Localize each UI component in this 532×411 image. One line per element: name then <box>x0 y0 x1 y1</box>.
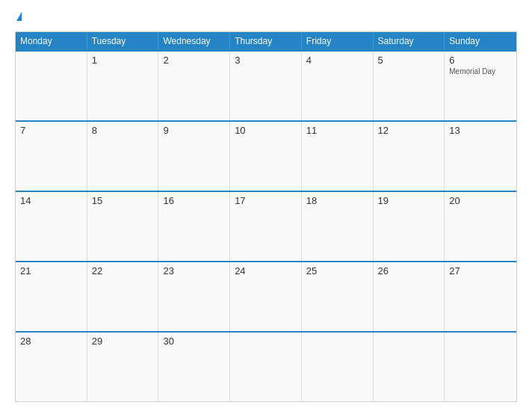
day-number: 19 <box>378 195 440 206</box>
day-number: 25 <box>306 265 368 276</box>
calendar-cell: 30 <box>158 333 230 401</box>
calendar-cell: 7 <box>16 122 87 191</box>
calendar-cell: 18 <box>302 192 374 261</box>
holiday-label: Memorial Day <box>449 67 512 75</box>
calendar-grid: MondayTuesdayWednesdayThursdayFridaySatu… <box>15 31 517 402</box>
day-number: 7 <box>20 125 82 136</box>
calendar-cell: 28 <box>16 333 87 401</box>
day-number: 18 <box>306 195 368 206</box>
day-number: 5 <box>378 55 440 66</box>
calendar-week-row: 21222324252627 <box>16 261 516 331</box>
calendar-cell: 23 <box>158 262 230 331</box>
page-header <box>15 13 517 22</box>
weekday-header-cell: Thursday <box>230 32 302 50</box>
weekday-header-cell: Sunday <box>445 32 516 50</box>
day-number: 3 <box>235 55 297 66</box>
calendar-cell: 3 <box>230 52 302 120</box>
day-number: 8 <box>92 125 154 136</box>
weekday-header-row: MondayTuesdayWednesdayThursdayFridaySatu… <box>16 32 516 50</box>
calendar-cell: 21 <box>16 262 87 331</box>
day-number: 28 <box>20 336 82 347</box>
weekday-header-cell: Tuesday <box>87 32 159 50</box>
day-number: 13 <box>449 125 512 136</box>
day-number: 26 <box>378 265 440 276</box>
calendar-cell: 27 <box>445 262 516 331</box>
calendar-cell: 19 <box>374 192 445 261</box>
calendar-cell: 5 <box>374 52 445 120</box>
calendar-cell <box>302 333 374 401</box>
day-number: 12 <box>378 125 440 136</box>
logo <box>15 13 22 22</box>
calendar-cell <box>374 333 445 401</box>
calendar-week-row: 282930 <box>16 331 516 401</box>
calendar-cell: 4 <box>302 52 374 120</box>
weekday-header-cell: Saturday <box>374 32 445 50</box>
calendar-cell: 25 <box>302 262 374 331</box>
calendar-cell: 22 <box>87 262 159 331</box>
day-number: 21 <box>20 265 82 276</box>
calendar-cell: 14 <box>16 192 87 261</box>
calendar-cell: 24 <box>230 262 302 331</box>
calendar-cell: 13 <box>445 122 516 191</box>
calendar-cell: 16 <box>158 192 230 261</box>
calendar-cell: 11 <box>302 122 374 191</box>
day-number: 30 <box>163 336 225 347</box>
calendar-cell <box>16 52 87 120</box>
calendar-cell: 2 <box>158 52 230 120</box>
calendar-cell <box>445 333 516 401</box>
day-number: 16 <box>163 195 225 206</box>
calendar-cell: 29 <box>87 333 159 401</box>
calendar-cell: 12 <box>374 122 445 191</box>
day-number: 24 <box>235 265 297 276</box>
calendar-cell: 20 <box>445 192 516 261</box>
day-number: 11 <box>306 125 368 136</box>
calendar-week-row: 14151617181920 <box>16 191 516 261</box>
day-number: 17 <box>235 195 297 206</box>
weekday-header-cell: Monday <box>16 32 87 50</box>
logo-flag-icon <box>16 12 22 21</box>
day-number: 27 <box>449 265 512 276</box>
calendar-cell: 1 <box>87 52 159 120</box>
day-number: 22 <box>92 265 154 276</box>
day-number: 9 <box>163 125 225 136</box>
calendar-week-row: 123456Memorial Day <box>16 50 516 120</box>
day-number: 1 <box>92 55 154 66</box>
weekday-header-cell: Friday <box>302 32 374 50</box>
calendar-cell <box>230 333 302 401</box>
calendar-cell: 9 <box>158 122 230 191</box>
calendar-cell: 10 <box>230 122 302 191</box>
day-number: 2 <box>163 55 225 66</box>
day-number: 15 <box>92 195 154 206</box>
calendar-cell: 26 <box>374 262 445 331</box>
day-number: 29 <box>92 336 154 347</box>
calendar-body: 123456Memorial Day7891011121314151617181… <box>16 50 516 401</box>
day-number: 10 <box>235 125 297 136</box>
calendar-cell: 15 <box>87 192 159 261</box>
day-number: 6 <box>449 55 512 66</box>
day-number: 14 <box>20 195 82 206</box>
calendar-cell: 8 <box>87 122 159 191</box>
calendar-cell: 17 <box>230 192 302 261</box>
day-number: 20 <box>449 195 512 206</box>
calendar-week-row: 78910111213 <box>16 120 516 191</box>
day-number: 23 <box>163 265 225 276</box>
calendar-cell: 6Memorial Day <box>445 52 516 120</box>
calendar-page: MondayTuesdayWednesdayThursdayFridaySatu… <box>0 0 532 411</box>
weekday-header-cell: Wednesday <box>158 32 230 50</box>
day-number: 4 <box>306 55 368 66</box>
